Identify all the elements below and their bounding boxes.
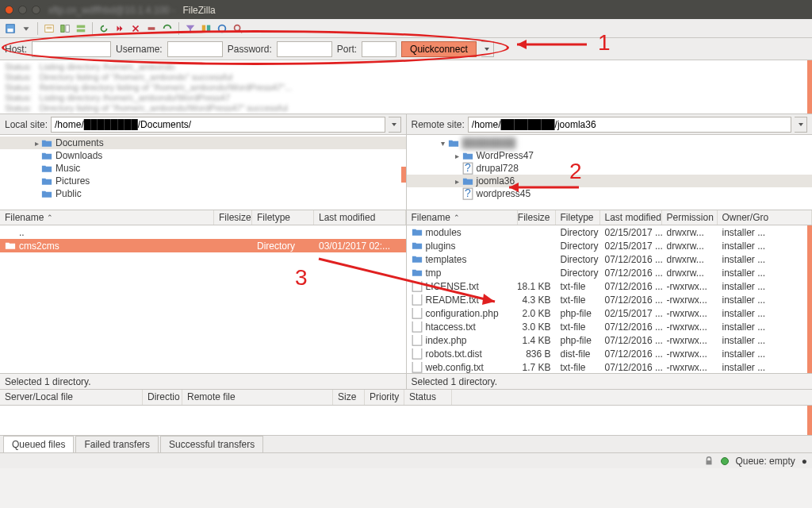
remote-path-input[interactable] <box>468 117 791 133</box>
tree-item[interactable]: ▸WordPress47 <box>407 149 813 162</box>
tree-item[interactable]: ▸joomla36 <box>407 175 813 187</box>
svg-rect-30 <box>412 308 422 319</box>
queue-col[interactable]: Size <box>333 390 365 405</box>
queue-col[interactable]: Remote file <box>182 390 333 405</box>
svg-rect-9 <box>77 29 86 32</box>
disconnect-icon[interactable] <box>144 21 159 36</box>
file-row[interactable]: LICENSE.txt18.1 KBtxt-file07/12/2016 ...… <box>407 279 813 293</box>
col-filetype[interactable]: Filetype <box>252 210 314 225</box>
col-lastmod[interactable]: Last modified <box>600 210 662 225</box>
file-row[interactable]: cms2cmsDirectory03/01/2017 02:... <box>0 239 406 252</box>
window-maximize-button[interactable] <box>32 6 40 14</box>
file-row[interactable]: templatesDirectory07/12/2016 ...drwxrw..… <box>407 252 813 266</box>
site-manager-icon[interactable] <box>3 21 17 36</box>
col-owner[interactable]: Owner/Gro <box>718 210 813 225</box>
unknown-icon: ? <box>462 189 473 198</box>
port-input[interactable] <box>362 41 396 57</box>
tree-item[interactable]: ▾████████ <box>407 137 813 149</box>
file-icon <box>412 336 423 345</box>
queue-tab[interactable]: Successful transfers <box>160 436 263 452</box>
local-path-input[interactable] <box>51 117 385 133</box>
file-row[interactable]: pluginsDirectory02/15/2017 ...drwxrw...i… <box>407 239 813 252</box>
quickconnect-history-drop[interactable] <box>481 41 494 57</box>
remote-file-list[interactable]: modulesDirectory02/15/2017 ...drwxrw...i… <box>407 225 813 373</box>
toggle-log-icon[interactable] <box>42 21 56 36</box>
svg-marker-10 <box>117 25 121 31</box>
tree-item[interactable]: ▸Documents <box>0 137 406 149</box>
refresh-icon[interactable] <box>97 21 111 36</box>
col-filename[interactable]: Filename⌃ <box>407 210 518 225</box>
window-minimize-button[interactable] <box>18 6 27 14</box>
file-row[interactable]: htaccess.txt3.0 KBtxt-file07/12/2016 ...… <box>407 320 813 333</box>
file-row[interactable]: README.txt4.3 KBtxt-file07/12/2016 ...-r… <box>407 293 813 306</box>
queue-status-text: Queue: empty <box>735 456 795 467</box>
tree-item[interactable]: Public <box>0 187 406 200</box>
queue-tab[interactable]: Failed transfers <box>75 436 159 452</box>
svg-marker-21 <box>485 48 489 51</box>
remote-pane: Remote site: ▾████████▸WordPress47?drupa… <box>407 114 813 389</box>
col-permissions[interactable]: Permission <box>662 210 718 225</box>
svg-text:?: ? <box>465 162 471 174</box>
queue-tab[interactable]: Queued files <box>3 436 74 452</box>
local-pane: Local site: ▸DocumentsDownloadsMusicPict… <box>0 114 407 389</box>
file-row[interactable]: configuration.php2.0 KBphp-file02/15/201… <box>407 306 813 320</box>
local-tree[interactable]: ▸DocumentsDownloadsMusicPicturesPublic <box>0 135 406 210</box>
username-input[interactable] <box>167 41 223 57</box>
queue-col[interactable]: Priority <box>365 390 404 405</box>
file-row[interactable]: web.config.txt1.7 KBtxt-file07/12/2016 .… <box>407 360 813 373</box>
queue-col[interactable]: Directio <box>143 390 182 405</box>
file-row[interactable]: robots.txt.dist836 Bdist-file07/12/2016 … <box>407 347 813 360</box>
queue-col[interactable]: Server/Local file <box>0 390 143 405</box>
folder-icon <box>41 138 52 148</box>
file-row[interactable]: index.php1.4 KBphp-file07/12/2016 ...-rw… <box>407 333 813 347</box>
host-input[interactable] <box>32 41 111 57</box>
file-row[interactable]: .. <box>0 225 406 239</box>
queue-col[interactable]: Status <box>404 390 452 405</box>
reconnect-icon[interactable] <box>160 21 174 36</box>
local-site-label: Local site: <box>5 119 48 130</box>
tree-item[interactable]: Downloads <box>0 149 406 162</box>
window-titlebar: xftp.cn_wdffhbd@10.1.4.100 - FileZilla <box>0 0 812 19</box>
col-filetype[interactable]: Filetype <box>556 210 600 225</box>
message-log[interactable]: Status: Listing directory /home/c_ambond… <box>0 60 812 114</box>
cancel-icon[interactable] <box>128 21 143 36</box>
sync-browse-icon[interactable] <box>215 21 229 36</box>
col-filesize[interactable]: Filesize <box>214 210 252 225</box>
window-close-button[interactable] <box>5 6 13 14</box>
file-row[interactable]: modulesDirectory02/15/2017 ...drwxrw...i… <box>407 225 813 239</box>
remote-file-header[interactable]: Filename⌃ Filesize Filetype Last modifie… <box>407 210 813 225</box>
toggle-tree-icon[interactable] <box>58 21 72 36</box>
col-filename[interactable]: Filename⌃ <box>0 210 214 225</box>
site-manager-drop-icon[interactable] <box>19 21 33 36</box>
process-queue-icon[interactable] <box>113 21 127 36</box>
tree-item[interactable]: ?drupal728 <box>407 162 813 175</box>
svg-point-19 <box>235 25 240 30</box>
filter-icon[interactable] <box>183 21 197 36</box>
remote-tree[interactable]: ▾████████▸WordPress47?drupal728▸joomla36… <box>407 135 813 210</box>
host-label: Host: <box>5 44 27 55</box>
queue-body[interactable] <box>0 406 812 435</box>
compare-icon[interactable] <box>199 21 213 36</box>
file-icon <box>412 349 423 359</box>
local-path-drop[interactable] <box>389 117 401 133</box>
remote-path-drop[interactable] <box>795 117 807 133</box>
file-row[interactable]: tmpDirectory07/12/2016 ...drwxrw...insta… <box>407 266 813 279</box>
toggle-queue-icon[interactable] <box>74 21 88 36</box>
local-file-header[interactable]: Filename⌃ Filesize Filetype Last modifie… <box>0 210 406 225</box>
tree-item[interactable]: Pictures <box>0 175 406 187</box>
svg-marker-2 <box>24 27 29 30</box>
quickconnect-button[interactable]: Quickconnect <box>401 41 477 57</box>
local-file-list[interactable]: ..cms2cmsDirectory03/01/2017 02:... <box>0 225 406 373</box>
tree-item[interactable]: ?wordpress45 <box>407 187 813 200</box>
folder-icon <box>448 138 459 148</box>
col-filesize[interactable]: Filesize <box>518 210 556 225</box>
password-input[interactable] <box>277 41 332 57</box>
col-lastmod[interactable]: Last modified <box>314 210 406 225</box>
queue-header[interactable]: Server/Local fileDirectioRemote fileSize… <box>0 390 812 406</box>
search-icon[interactable] <box>231 21 245 36</box>
svg-marker-11 <box>120 25 123 31</box>
window-title-app: FileZilla <box>182 5 215 16</box>
svg-rect-1 <box>8 29 13 32</box>
svg-rect-6 <box>61 25 64 32</box>
tree-item[interactable]: Music <box>0 162 406 175</box>
